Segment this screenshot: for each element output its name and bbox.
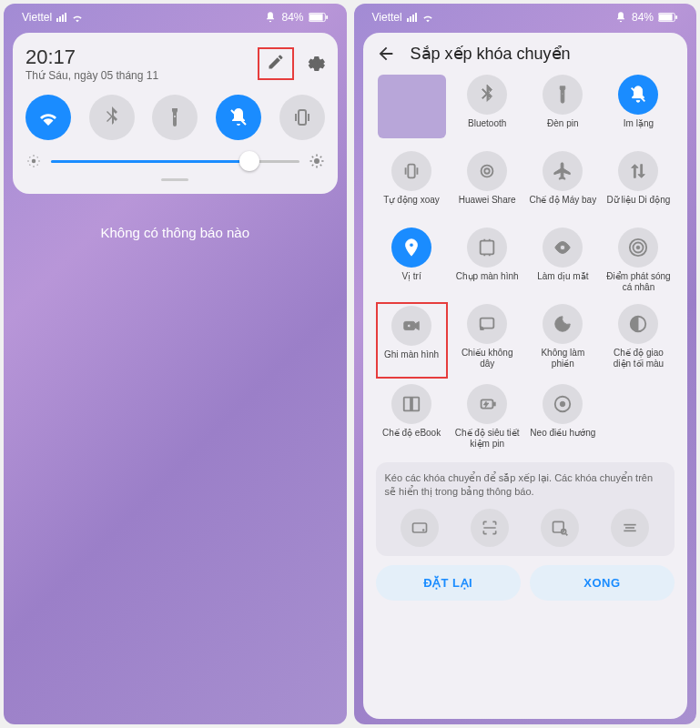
tile-label: Ghi màn hình: [384, 349, 439, 371]
svg-rect-27: [675, 15, 677, 19]
vibrate-icon: [291, 106, 313, 128]
dark-icon: [618, 304, 658, 344]
battery-icon: [309, 12, 329, 23]
bluetooth-icon: [467, 75, 507, 115]
tile-label: Chụp màn hình: [456, 271, 519, 293]
edit-toggles-button[interactable]: [258, 47, 294, 80]
tile-silent[interactable]: Im lặng: [603, 73, 675, 146]
bluetooth-toggle[interactable]: [89, 95, 135, 140]
tile-rotate[interactable]: Tự động xoay: [376, 149, 448, 222]
tile-flashlight[interactable]: Đèn pin: [527, 73, 599, 146]
tile-location[interactable]: Vị trí: [376, 226, 448, 298]
tile-ebook[interactable]: Chế độ eBook: [376, 382, 448, 455]
data-icon: [618, 151, 658, 191]
flashlight-toggle[interactable]: [152, 95, 198, 140]
svg-point-32: [484, 168, 490, 174]
hint-section: Kéo các khóa chuyển để sắp xếp lại. Các …: [376, 462, 675, 556]
carrier-label: Viettel: [372, 11, 402, 24]
tile-cast[interactable]: Chiếu không dây: [451, 302, 523, 379]
tile-label: Chế độ giao diện tối màu: [604, 348, 673, 369]
tile-label: Chế độ Máy bay: [529, 195, 596, 217]
svg-point-33: [482, 166, 493, 177]
clock-block[interactable]: 20:17 Thứ Sáu, ngày 05 tháng 11: [25, 46, 158, 82]
svg-rect-43: [494, 402, 496, 406]
extra-tile-nfc[interactable]: [401, 509, 439, 547]
svg-point-35: [637, 246, 641, 249]
slider-thumb[interactable]: [239, 151, 259, 171]
tile-nav[interactable]: Neo điều hướng: [527, 382, 599, 455]
settings-icon[interactable]: [305, 54, 325, 74]
scan-icon: [481, 519, 499, 537]
svg-rect-1: [309, 14, 322, 20]
silent-icon: [618, 75, 658, 115]
back-icon[interactable]: [376, 44, 396, 64]
svg-line-21: [311, 157, 313, 158]
tile-data[interactable]: Dữ liệu Di động: [603, 149, 675, 222]
svg-rect-34: [481, 241, 494, 255]
tile-bluetooth[interactable]: Bluetooth: [451, 73, 523, 146]
carrier-label: Viettel: [22, 11, 52, 24]
time-text: 20:17: [25, 46, 158, 69]
reset-button[interactable]: ĐẶT LẠI: [376, 565, 521, 601]
page-title: Sắp xếp khóa chuyển: [411, 44, 571, 64]
slider-track[interactable]: [51, 160, 299, 163]
lines-icon: [621, 519, 639, 537]
brightness-slider[interactable]: [25, 153, 325, 169]
svg-rect-46: [413, 523, 427, 532]
image-search-icon: [551, 519, 569, 537]
extra-tile-scan[interactable]: [471, 509, 509, 547]
tile-battery[interactable]: Chế độ siêu tiết kiệm pin: [451, 382, 523, 455]
card-icon: [411, 519, 429, 537]
svg-line-23: [311, 165, 313, 167]
phone-left-notification-shade: Viettel 84% 20:17 Thứ Sáu, ngày 05 tháng…: [4, 4, 347, 724]
tile-label: Vị trí: [401, 271, 421, 293]
svg-rect-29: [408, 165, 414, 178]
nav-icon: [543, 384, 583, 424]
hotspot-icon: [618, 228, 658, 268]
tile-eye[interactable]: Làm dịu mắt: [527, 226, 599, 298]
tile-label: Chiếu không dây: [453, 348, 522, 369]
tile-screenshot[interactable]: Chụp màn hình: [451, 226, 523, 298]
tile-airplane[interactable]: Chế độ Máy bay: [527, 149, 599, 222]
signal-icon: [56, 13, 66, 22]
rotate-icon: [391, 151, 431, 191]
tile-label: Huawei Share: [459, 195, 516, 217]
tile-hotspot[interactable]: Điểm phát sóng cá nhân: [603, 226, 675, 298]
tiles-grid: BluetoothĐèn pinIm lặngTự động xoayHuawe…: [376, 73, 675, 455]
svg-line-15: [37, 157, 38, 158]
svg-point-45: [561, 401, 566, 407]
svg-line-12: [30, 157, 31, 158]
tile-label: Không làm phiền: [529, 348, 597, 369]
tile-share[interactable]: Huawei Share: [451, 149, 523, 222]
done-button[interactable]: XONG: [530, 565, 675, 601]
extra-tile-gallery[interactable]: [541, 509, 579, 547]
svg-rect-4: [299, 110, 306, 125]
tile-record[interactable]: Ghi màn hình: [376, 302, 448, 379]
battery-label: 84%: [281, 11, 303, 24]
svg-point-7: [32, 159, 36, 164]
tile-label: Im lặng: [624, 118, 654, 140]
svg-point-47: [422, 529, 425, 531]
no-notification-text: Không có thông báo nào: [4, 225, 347, 240]
wifi-toggle[interactable]: [25, 95, 71, 140]
ebook-icon: [391, 384, 431, 424]
status-bar: Viettel 84%: [354, 4, 697, 27]
screenshot-icon: [467, 228, 507, 268]
tile-placeholder[interactable]: [376, 73, 448, 146]
tile-dark[interactable]: Chế độ giao diện tối màu: [603, 302, 675, 379]
record-icon: [391, 306, 431, 346]
status-bar: Viettel 84%: [4, 4, 347, 27]
mute-icon: [264, 11, 277, 24]
svg-line-22: [320, 165, 321, 167]
silent-toggle[interactable]: [216, 95, 261, 140]
wifi-icon: [421, 11, 434, 24]
battery-label: 84%: [632, 11, 654, 24]
cast-icon: [467, 304, 507, 344]
svg-line-13: [37, 165, 38, 166]
eye-icon: [543, 228, 583, 268]
tile-dnd[interactable]: Không làm phiền: [527, 302, 599, 379]
drag-handle[interactable]: [161, 178, 188, 181]
extra-tile-lines[interactable]: [611, 509, 649, 547]
vibrate-toggle[interactable]: [279, 95, 325, 140]
tile-label: Chế độ eBook: [382, 428, 441, 450]
